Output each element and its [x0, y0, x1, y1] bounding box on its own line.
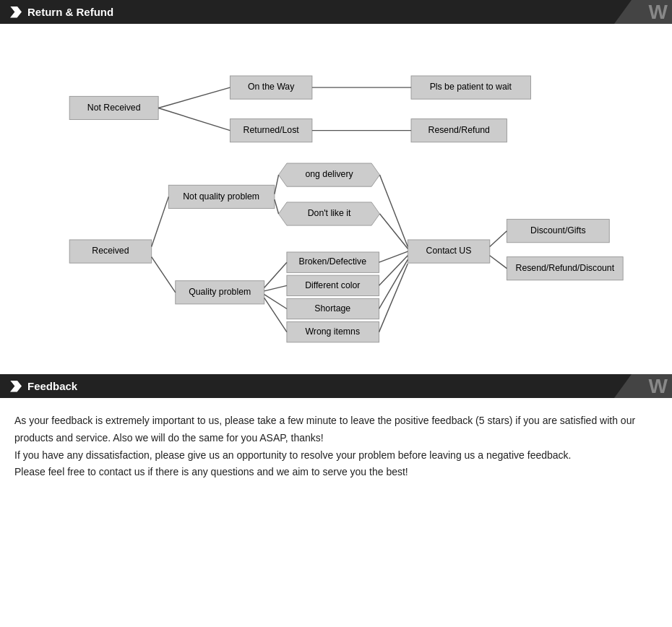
- line-dli-cu: [380, 214, 408, 248]
- line-nqp-ld: [275, 175, 279, 194]
- dont-like-label: Don't like it: [308, 208, 351, 218]
- long-delivery-label: ong delivery: [305, 169, 353, 179]
- feedback-arrow-icon: [10, 381, 22, 392]
- return-refund-header: Return & Refund W: [0, 0, 672, 24]
- feedback-title: Feedback: [27, 380, 77, 392]
- corner-decoration: W: [614, 0, 672, 24]
- resend-refund-discount-label: Resend/Refund/Discount: [516, 263, 615, 273]
- line-qp-bd: [264, 262, 287, 287]
- line-qp-wi: [264, 298, 287, 332]
- returned-lost-label: Returned/Lost: [244, 125, 300, 135]
- flow-diagram: Not Received On the Way Pls be patient t…: [7, 38, 665, 353]
- on-the-way-label: On the Way: [248, 82, 295, 92]
- arrow-icon: [10, 7, 22, 18]
- contact-us-label: Contact US: [426, 246, 472, 256]
- line-sh-cu: [379, 259, 408, 308]
- return-refund-title: Return & Refund: [27, 6, 113, 18]
- line-qp-sh: [264, 295, 287, 309]
- line-nr-otw: [158, 87, 230, 108]
- not-quality-label: Not quality problem: [183, 191, 259, 202]
- pls-be-patient-label: Pls be patient to wait: [430, 82, 512, 92]
- feedback-line3: Please feel free to contact us if there …: [14, 464, 658, 481]
- line-qp-dc: [264, 285, 287, 291]
- line-cu-rrd: [490, 256, 507, 269]
- discount-gifts-label: Discount/Gifts: [530, 225, 585, 235]
- feedback-corner-decoration: W: [614, 374, 672, 398]
- different-color-label: Different color: [305, 280, 360, 290]
- line-dc-cu: [379, 256, 408, 286]
- line-rec-nqp: [152, 196, 169, 246]
- line-nr-rl: [158, 108, 230, 130]
- line-ld-cu: [380, 175, 408, 246]
- quality-problem-label: Quality problem: [189, 287, 251, 297]
- line-wi-cu: [379, 264, 408, 332]
- line-rec-qp: [152, 257, 176, 293]
- line-cu-dg: [490, 231, 507, 247]
- shortage-label: Shortage: [314, 303, 350, 314]
- broken-defective-label: Broken/Defective: [299, 256, 367, 267]
- diagram-area: Not Received On the Way Pls be patient t…: [0, 24, 672, 367]
- resend-refund-label: Resend/Refund: [428, 125, 491, 135]
- feedback-header: Feedback W: [0, 374, 672, 398]
- feedback-body: As your feedback is extremely important …: [0, 398, 672, 496]
- wrong-items-label: Wrong itemns: [305, 327, 360, 337]
- feedback-line2: If you have any dissatisfaction, please …: [14, 447, 658, 464]
- received-label: Received: [92, 246, 129, 256]
- not-received-label: Not Received: [87, 103, 141, 113]
- line-nqp-dli: [275, 199, 279, 214]
- feedback-line1: As your feedback is extremely important …: [14, 412, 658, 447]
